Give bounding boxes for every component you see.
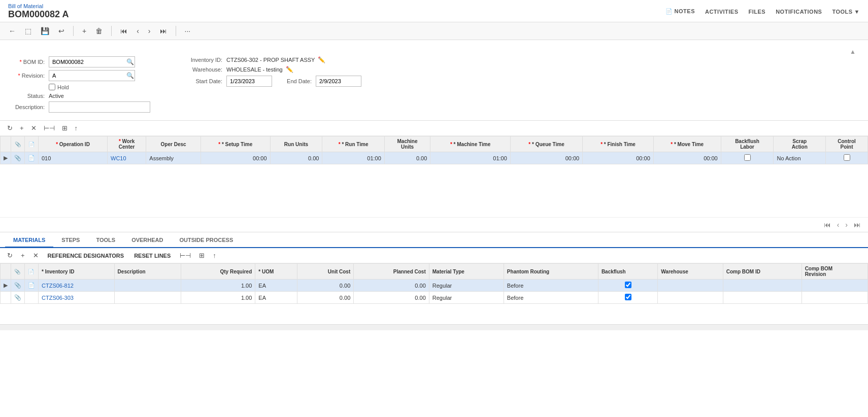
- mat-row-1-uom: EA: [255, 292, 297, 304]
- start-date-input[interactable]: [226, 76, 272, 87]
- inventory-id-row: Inventory ID: CTZS06-302 - PROP SHAFT AS…: [181, 56, 860, 63]
- mat-refresh-btn[interactable]: ↻: [5, 251, 15, 260]
- ops-row-backflush[interactable]: [721, 152, 774, 164]
- ops-control-point-checkbox[interactable]: [844, 154, 850, 161]
- tools-btn[interactable]: TOOLS ▼: [832, 9, 860, 15]
- mat-row-1-planned-cost: 0.00: [354, 292, 429, 304]
- revision-search-btn[interactable]: 🔍: [126, 72, 134, 79]
- mat-row-0-note[interactable]: 📄: [25, 280, 39, 292]
- ops-row-scrap-action: No Action: [774, 152, 826, 164]
- activities-btn[interactable]: ACTIVITIES: [705, 9, 739, 15]
- inventory-id-edit-btn[interactable]: ✏️: [318, 56, 325, 63]
- ops-row-expander[interactable]: ▶: [1, 152, 11, 164]
- next-btn[interactable]: ›: [146, 25, 153, 37]
- prev-btn[interactable]: ‹: [134, 25, 142, 37]
- mat-row-0-qty-required: 1.00: [181, 280, 255, 292]
- notes-btn[interactable]: 📄 NOTES: [665, 8, 695, 15]
- last-btn[interactable]: ⏭: [157, 25, 170, 37]
- mat-row-1-note[interactable]: [25, 292, 39, 304]
- ops-col-oper-desc: Oper Desc: [146, 136, 201, 152]
- mat-col-comp-bom-revision: Comp BOMRevision: [802, 264, 867, 280]
- bom-id-label: BOM ID:: [8, 59, 49, 65]
- ops-fit-btn[interactable]: ⊢⊣: [42, 123, 57, 133]
- mat-col-warehouse: Warehouse: [658, 264, 723, 280]
- bom-id-input[interactable]: [49, 56, 135, 67]
- ops-row-paperclip[interactable]: 📎: [11, 152, 25, 164]
- mat-row-0-inventory-id[interactable]: CTZS06-812: [39, 280, 115, 292]
- mat-row-1-warehouse: [658, 292, 723, 304]
- ops-row-note-icon[interactable]: 📄: [25, 152, 39, 164]
- end-date-input[interactable]: [316, 76, 361, 87]
- mat-row-0[interactable]: ▶ 📎 📄 CTZS06-812 1.00 EA 0.00 0.00 Regul…: [1, 280, 868, 292]
- ops-delete-btn[interactable]: ✕: [29, 123, 39, 133]
- tab-overhead[interactable]: OVERHEAD: [123, 233, 171, 248]
- warehouse-edit-btn[interactable]: ✏️: [286, 66, 293, 73]
- ops-pag-last[interactable]: ⏭: [852, 220, 863, 230]
- mat-row-0-paperclip[interactable]: 📎: [11, 280, 25, 292]
- mat-row-1-backflush[interactable]: [598, 292, 657, 304]
- ops-row-run-time: 01:00: [322, 152, 384, 164]
- hold-checkbox[interactable]: [49, 84, 55, 90]
- mat-upload-btn[interactable]: ↑: [211, 251, 218, 260]
- copy-btn[interactable]: ⬚: [22, 25, 34, 37]
- mat-delete-btn[interactable]: ✕: [31, 251, 41, 260]
- toolbar-divider-1: [73, 26, 74, 36]
- tab-outside-process[interactable]: OUTSIDE PROCESS: [171, 233, 241, 248]
- ops-backflush-checkbox[interactable]: [744, 154, 751, 161]
- top-bar-left: Bill of Material BOM000082 A: [8, 3, 69, 20]
- save-btn[interactable]: 💾: [38, 25, 52, 37]
- mat-row-1-paperclip[interactable]: 📎: [11, 292, 25, 304]
- more-btn[interactable]: ···: [182, 25, 193, 37]
- description-input[interactable]: [49, 101, 150, 113]
- section-header: ▲: [8, 47, 860, 56]
- ops-row-work-center[interactable]: WC10: [108, 152, 146, 164]
- mat-col-planned-cost: Planned Cost: [354, 264, 429, 280]
- mat-row-0-backflush[interactable]: [598, 280, 657, 292]
- ops-row-0[interactable]: ▶ 📎 📄 010 WC10 Assembly 00:00 0.00 01:00…: [1, 152, 868, 164]
- mat-fit-btn[interactable]: ⊢⊣: [178, 251, 193, 260]
- ops-refresh-btn[interactable]: ↻: [5, 123, 15, 133]
- mat-row-0-expander[interactable]: ▶: [1, 280, 11, 292]
- ops-upload-btn[interactable]: ↑: [73, 123, 80, 133]
- add-btn[interactable]: +: [80, 25, 89, 37]
- ops-row-control-point[interactable]: [826, 152, 868, 164]
- mat-col-select: [1, 264, 11, 280]
- ops-col-note: 📄: [25, 136, 39, 152]
- breadcrumb-link[interactable]: Bill of Material: [8, 3, 69, 9]
- mat-row-1-inventory-id[interactable]: CTZS06-303: [39, 292, 115, 304]
- undo-btn[interactable]: ↩: [56, 25, 67, 37]
- ops-col-work-center: WorkCenter: [108, 136, 146, 152]
- back-btn[interactable]: ←: [6, 25, 18, 37]
- ops-col-backflush: BackflushLabor: [721, 136, 774, 152]
- ops-pag-prev[interactable]: ‹: [835, 220, 842, 230]
- mat-row-1-backflush-checkbox[interactable]: [625, 294, 631, 300]
- mat-row-1-expander[interactable]: [1, 292, 11, 304]
- reference-designators-btn[interactable]: REFERENCE DESIGNATORS: [45, 252, 127, 260]
- hold-checkbox-label[interactable]: Hold: [49, 84, 69, 90]
- materials-toolbar: ↻ + ✕ REFERENCE DESIGNATORS RESET LINES …: [0, 248, 868, 263]
- ops-col-paperclip: 📎: [11, 136, 25, 152]
- tabs-bar: MATERIALS STEPS TOOLS OVERHEAD OUTSIDE P…: [0, 233, 868, 248]
- mat-grid-btn[interactable]: ⊞: [197, 251, 207, 260]
- files-btn[interactable]: FILES: [749, 9, 766, 15]
- collapse-section-btn[interactable]: ▲: [850, 48, 856, 55]
- ops-pag-next[interactable]: ›: [843, 220, 850, 230]
- ops-add-btn[interactable]: +: [18, 123, 26, 133]
- tab-materials[interactable]: MATERIALS: [5, 233, 53, 248]
- tab-tools[interactable]: TOOLS: [88, 233, 123, 248]
- ops-row-move-time: 00:00: [653, 152, 721, 164]
- notifications-btn[interactable]: NOTIFICATIONS: [776, 9, 822, 15]
- mat-row-1[interactable]: 📎 CTZS06-303 1.00 EA 0.00 0.00 Regular B…: [1, 292, 868, 304]
- revision-input[interactable]: [49, 70, 135, 81]
- h-scrollbar[interactable]: [0, 324, 868, 330]
- start-date-label: Start Date:: [181, 78, 226, 84]
- tab-steps[interactable]: STEPS: [53, 233, 88, 248]
- mat-add-btn[interactable]: +: [19, 251, 27, 260]
- ops-grid-btn[interactable]: ⊞: [60, 123, 70, 133]
- mat-row-0-backflush-checkbox[interactable]: [625, 282, 631, 288]
- first-btn[interactable]: ⏮: [118, 25, 130, 37]
- delete-btn[interactable]: 🗑: [93, 25, 105, 37]
- ops-pag-first[interactable]: ⏮: [822, 220, 833, 230]
- reset-lines-btn[interactable]: RESET LINES: [131, 252, 174, 260]
- bom-id-search-btn[interactable]: 🔍: [126, 58, 134, 65]
